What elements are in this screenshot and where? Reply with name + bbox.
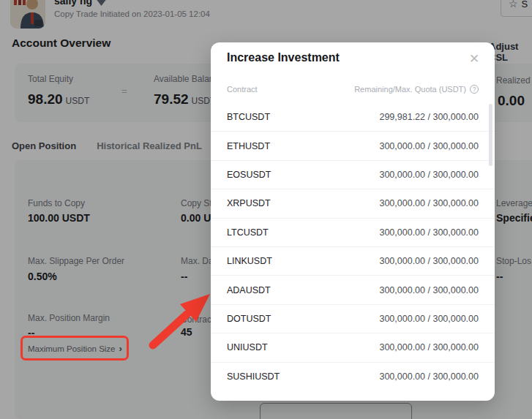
- annotation-highlight-box: [20, 336, 129, 361]
- contract-symbol: XRPUSDT: [227, 198, 271, 208]
- table-row[interactable]: SUSHIUSDT 300,000.00 / 300,000.00: [211, 362, 495, 390]
- contract-symbol: SUSHIUSDT: [227, 371, 280, 382]
- contract-quota-list: BTCUSDT 299,981.22 / 300,000.00 ETHUSDT …: [211, 102, 495, 390]
- copy-trading-page: sally ng Copy Trade Initiated on 2023-01…: [0, 0, 532, 419]
- table-row[interactable]: ETHUSDT 300,000.00 / 300,000.00: [211, 131, 495, 159]
- increase-investment-modal: Increase Investment ✕ Contract Remaining…: [211, 42, 495, 401]
- contract-symbol: BTCUSDT: [227, 112, 270, 122]
- contract-symbol: LTCUSDT: [227, 227, 269, 238]
- table-row[interactable]: LTCUSDT 300,000.00 / 300,000.00: [211, 218, 495, 246]
- quota-column-header: Remaining/Max. Quota (USDT): [354, 85, 466, 94]
- contract-quota: 300,000.00 / 300,000.00: [379, 227, 479, 238]
- contract-symbol: UNIUSDT: [227, 342, 268, 352]
- contract-column-header: Contract: [227, 85, 258, 94]
- contract-quota: 300,000.00 / 300,000.00: [379, 198, 479, 208]
- quota-column-header-group: Remaining/Max. Quota (USDT) ?: [354, 85, 479, 94]
- table-row[interactable]: LINKUSDT 300,000.00 / 300,000.00: [211, 246, 495, 275]
- modal-scrollbar-thumb[interactable]: [489, 104, 492, 166]
- contract-quota: 300,000.00 / 300,000.00: [379, 371, 479, 382]
- contract-symbol: ADAUSDT: [227, 285, 271, 295]
- contract-symbol: ETHUSDT: [227, 141, 270, 151]
- question-icon[interactable]: ?: [470, 85, 479, 94]
- contract-quota: 300,000.00 / 300,000.00: [379, 285, 479, 295]
- table-row[interactable]: DOTUSDT 300,000.00 / 300,000.00: [211, 304, 495, 333]
- annotation-arrow: [143, 290, 216, 351]
- contract-symbol: LINKUSDT: [227, 256, 272, 266]
- contract-quota: 300,000.00 / 300,000.00: [379, 342, 479, 352]
- table-row[interactable]: ADAUSDT 300,000.00 / 300,000.00: [211, 275, 495, 303]
- table-row[interactable]: UNIUSDT 300,000.00 / 300,000.00: [211, 333, 495, 361]
- table-row[interactable]: EOSUSDT 300,000.00 / 300,000.00: [211, 160, 495, 189]
- contract-quota: 300,000.00 / 300,000.00: [379, 314, 479, 324]
- modal-column-headers: Contract Remaining/Max. Quota (USDT) ?: [211, 85, 495, 94]
- close-icon[interactable]: ✕: [464, 48, 484, 69]
- contract-symbol: DOTUSDT: [227, 314, 271, 324]
- contract-quota: 300,000.00 / 300,000.00: [379, 256, 479, 266]
- contract-quota: 300,000.00 / 300,000.00: [379, 170, 479, 180]
- table-row[interactable]: XRPUSDT 300,000.00 / 300,000.00: [211, 189, 495, 217]
- contract-quota: 300,000.00 / 300,000.00: [379, 141, 479, 151]
- contract-symbol: EOSUSDT: [227, 170, 271, 180]
- modal-title: Increase Investment: [227, 51, 340, 64]
- contract-quota: 299,981.22 / 300,000.00: [379, 112, 479, 122]
- table-row[interactable]: BTCUSDT 299,981.22 / 300,000.00: [211, 102, 495, 131]
